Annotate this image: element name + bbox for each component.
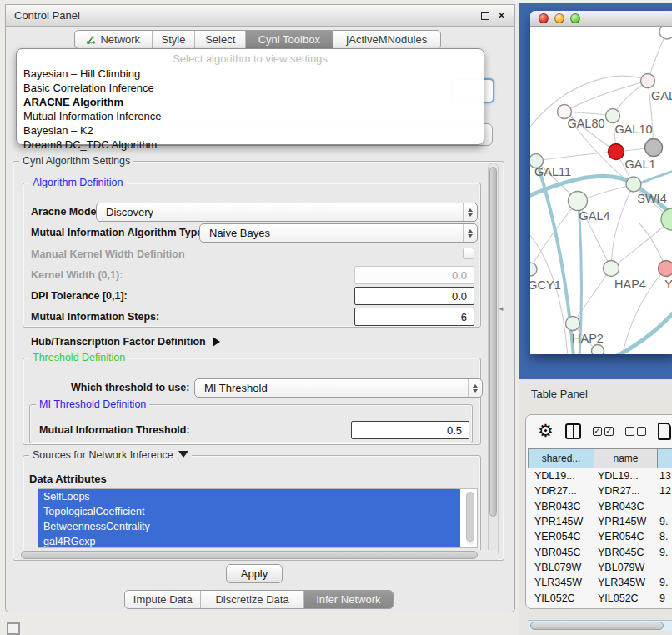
network-node[interactable] [566, 317, 580, 331]
attribute-list-item[interactable]: BetweennessCentrality [38, 519, 460, 534]
data-attributes-label: Data Attributes [29, 472, 107, 485]
column-header-name[interactable]: name [594, 448, 658, 468]
column-view-icon[interactable] [565, 423, 581, 439]
scrollbar-thumb[interactable] [530, 622, 664, 630]
bottom-tabbar: Impute Data Discretize Data Infer Networ… [124, 590, 394, 609]
settings-horizontal-scrollbar[interactable] [18, 550, 498, 560]
algorithm-popup-item[interactable]: ARACNE Algorithm [17, 95, 484, 109]
dpi-tolerance-label: DPI Tolerance [0,1]: [31, 290, 128, 302]
network-node[interactable] [659, 261, 672, 277]
attribute-list-item[interactable]: SelfLoops [38, 489, 460, 504]
network-node[interactable] [569, 192, 588, 211]
scrollbar-thumb[interactable] [21, 551, 478, 559]
collapsed-panel-icon[interactable] [7, 622, 20, 635]
tab-cyni-toolbox[interactable]: Cyni Toolbox [246, 31, 333, 48]
table-toolbar: ⚙ ✓✓ [526, 415, 672, 447]
attribute-list-scrollbar[interactable] [466, 492, 474, 545]
settings-gear-icon[interactable]: ⚙ [538, 422, 554, 439]
table-row[interactable]: YIL052C YIL052C 9 [528, 590, 672, 605]
column-header-next[interactable]: A [658, 448, 672, 468]
network-graph[interactable]: GALGAL80GAL10GAL1GAL11SWI4GAL4GCY1HAP4YH… [530, 27, 672, 354]
network-node-label: GAL1 [624, 158, 655, 171]
select-all-icon[interactable]: ✓✓ [593, 427, 614, 436]
close-traffic-light-icon[interactable] [539, 13, 549, 23]
network-node[interactable] [604, 261, 619, 277]
which-threshold-combo[interactable]: MI Threshold [194, 378, 483, 398]
minimize-traffic-light-icon[interactable] [554, 13, 564, 23]
deselect-all-icon[interactable] [625, 427, 646, 436]
network-node-label: Y [664, 278, 672, 291]
network-node[interactable] [530, 262, 537, 276]
scrollbar-thumb[interactable] [489, 167, 497, 517]
mi-threshold-title: MI Threshold Definition [36, 398, 149, 410]
table-row[interactable]: YBR043C YBR043C [528, 499, 672, 514]
kernel-width-input[interactable]: 0.0 [354, 266, 474, 284]
algorithm-popup-item[interactable]: Bayesian – Hill Climbing [17, 67, 484, 81]
control-panel-window: Control Panel ✕ Network Style [5, 4, 515, 612]
control-panel-tabbar: Network Style Select Cyni Toolbox jActiv… [74, 30, 441, 49]
popup-item-list: Bayesian – Hill Climbing Basic Correlati… [17, 67, 484, 152]
network-node-label: HAP2 [572, 332, 604, 345]
network-node[interactable] [606, 109, 620, 123]
table-row[interactable]: YLR345W YLR345W 9. [528, 575, 672, 590]
tab-jactivemnodules[interactable]: jActiveMNodules [333, 31, 440, 48]
panel-divider-handle[interactable]: ◄ [498, 305, 504, 312]
algorithm-popup-item[interactable]: Mutual Information Inference [17, 109, 484, 123]
tab-select[interactable]: Select [195, 31, 246, 48]
which-threshold-label: Which threshold to use: [71, 382, 189, 393]
column-header-shared-name[interactable]: shared... [528, 448, 594, 468]
algorithm-popup-item[interactable]: Basic Correlation Inference [17, 81, 484, 95]
settings-vertical-scrollbar[interactable] [488, 162, 499, 558]
screen: Control Panel ✕ Network Style [0, 0, 672, 635]
mi-threshold-label: Mutual Information Threshold: [39, 424, 190, 436]
network-node-label: GAL11 [534, 165, 571, 178]
network-node-label: GAL10 [614, 122, 652, 136]
network-node-label: HAP4 [614, 278, 646, 291]
popup-hint: Select algorithm to view settings [17, 52, 484, 67]
tab-discretize-data[interactable]: Discretize Data [201, 591, 303, 608]
table-row[interactable]: YER054C YER054C 8. [528, 529, 672, 544]
dpi-tolerance-input[interactable]: 0.0 [354, 287, 474, 305]
table-row[interactable]: YPR145W YPR145W 9. [528, 514, 672, 529]
network-node[interactable] [592, 345, 604, 355]
network-node[interactable] [626, 177, 641, 192]
manual-kernel-label: Manual Kernel Width Definition [31, 248, 185, 260]
tab-network[interactable]: Network [75, 31, 153, 48]
data-attributes-list: SelfLoops TopologicalCoefficient Between… [38, 488, 478, 548]
algorithm-popup-item[interactable]: Bayesian – K2 [17, 123, 484, 138]
apply-button[interactable]: Apply [226, 564, 283, 583]
mi-type-label: Mutual Information Algorithm Type: [31, 227, 206, 238]
table-row[interactable]: YBL079W YBL079W [528, 560, 672, 575]
network-node[interactable] [641, 74, 655, 88]
aracne-mode-combo[interactable]: Discovery [96, 202, 478, 222]
float-icon[interactable] [481, 12, 489, 20]
document-icon[interactable] [658, 422, 671, 440]
hub-definition-expander[interactable]: Hub/Transcription Factor Definition [31, 336, 220, 348]
table-row[interactable]: YDL19... YDL19... 13 [528, 468, 672, 483]
mi-threshold-input[interactable]: 0.5 [351, 421, 469, 439]
network-node-label: GAL [651, 89, 672, 102]
network-node[interactable] [609, 144, 624, 160]
tab-impute-data[interactable]: Impute Data [125, 591, 201, 608]
network-node[interactable] [645, 139, 663, 157]
mi-type-combo[interactable]: Naive Bayes [199, 223, 478, 242]
table-horizontal-scrollbar[interactable] [528, 620, 672, 631]
table-row[interactable]: YBR045C YBR045C 9. [528, 544, 672, 559]
mi-steps-input[interactable]: 6 [354, 308, 474, 326]
table-row[interactable]: YDR27... YDR27... 12 [528, 483, 672, 498]
network-node-label: GAL4 [579, 209, 609, 222]
tab-infer-network[interactable]: Infer Network [304, 591, 393, 608]
zoom-traffic-light-icon[interactable] [570, 13, 580, 23]
tab-style[interactable]: Style [153, 31, 196, 48]
attribute-list-item[interactable]: TopologicalCoefficient [38, 504, 460, 519]
table-rows: YDL19... YDL19... 13 YDR27... YDR27... 1… [528, 468, 672, 606]
attribute-list-item[interactable]: gal4RGexp [38, 534, 460, 548]
algorithm-popup-item[interactable]: Dream8 DC_TDC Algorithm [17, 138, 484, 152]
network-node-label: SWI4 [637, 192, 666, 205]
manual-kernel-checkbox[interactable] [463, 248, 474, 259]
panel-title: Control Panel [14, 9, 80, 22]
network-node[interactable] [659, 27, 672, 39]
algorithm-dropdown-popup: Select algorithm to view settings Bayesi… [16, 48, 484, 145]
close-icon[interactable]: ✕ [497, 12, 506, 20]
network-window-titlebar[interactable] [530, 11, 672, 27]
